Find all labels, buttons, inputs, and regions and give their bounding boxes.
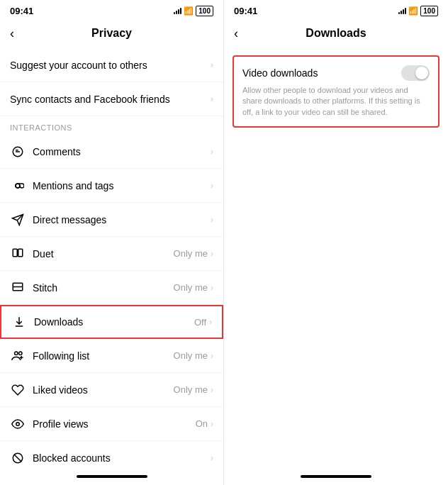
liked-chevron: ›	[211, 385, 213, 395]
settings-item-stitch[interactable]: Stitch Only me ›	[0, 271, 223, 305]
comment-icon	[10, 144, 26, 160]
right-status-icons: 📶 100	[398, 6, 438, 16]
right-signal-icon	[398, 7, 406, 14]
video-downloads-header: Video downloads	[242, 65, 430, 81]
direct-label: Direct messages	[33, 214, 211, 225]
left-header-title: Privacy	[91, 27, 132, 40]
settings-item-direct[interactable]: Direct messages ›	[0, 203, 223, 237]
left-status-icons: 📶 100	[174, 6, 213, 16]
liked-label: Liked videos	[33, 384, 174, 396]
right-wifi-icon: 📶	[408, 6, 418, 16]
settings-item-duet[interactable]: Duet Only me ›	[0, 237, 223, 271]
left-panel: 09:41 📶 100 ‹ Privacy Suggest your accou…	[0, 0, 224, 485]
download-icon	[11, 314, 27, 330]
stitch-icon	[10, 280, 26, 296]
settings-item-liked[interactable]: Liked videos Only me ›	[0, 373, 223, 407]
stitch-value: Only me	[174, 282, 208, 293]
comments-chevron: ›	[211, 147, 213, 157]
heart-icon	[10, 382, 26, 398]
settings-item-profile[interactable]: Profile views On ›	[0, 407, 223, 441]
at-icon	[10, 178, 26, 194]
mentions-label: Mentions and tags	[33, 180, 211, 191]
left-back-button[interactable]: ‹	[10, 26, 14, 41]
blocked-label: Blocked accounts	[33, 452, 211, 464]
battery-icon: 100	[196, 6, 213, 16]
settings-item-downloads[interactable]: Downloads Off ›	[0, 305, 223, 339]
settings-item-suggest[interactable]: Suggest your account to others ›	[0, 48, 223, 82]
profile-label: Profile views	[33, 418, 196, 430]
eye-icon	[10, 416, 26, 432]
svg-rect-3	[18, 249, 23, 257]
left-home-indicator	[0, 471, 223, 485]
settings-item-sync[interactable]: Sync contacts and Facebook friends ›	[0, 82, 223, 116]
right-battery-icon: 100	[420, 6, 438, 16]
left-header: ‹ Privacy	[0, 20, 223, 48]
blocked-chevron: ›	[211, 453, 213, 463]
left-settings-list: Suggest your account to others › Sync co…	[0, 48, 223, 471]
video-downloads-description: Allow other people to download your vide…	[242, 85, 430, 118]
following-label: Following list	[33, 350, 174, 362]
right-header-title: Downloads	[306, 27, 366, 40]
direct-icon	[10, 212, 26, 228]
video-downloads-card: Video downloads Allow other people to do…	[233, 55, 439, 128]
profile-value: On	[196, 418, 208, 429]
direct-chevron: ›	[211, 215, 213, 225]
wifi-icon: 📶	[184, 6, 194, 16]
right-back-button[interactable]: ‹	[234, 26, 238, 41]
downloads-chevron: ›	[209, 317, 212, 327]
left-status-time: 09:41	[10, 6, 33, 16]
right-status-bar: 09:41 📶 100	[224, 0, 448, 20]
right-status-time: 09:41	[234, 6, 257, 16]
right-home-indicator	[224, 471, 448, 485]
suggest-label: Suggest your account to others	[10, 60, 211, 71]
duet-icon	[10, 246, 26, 262]
settings-item-following[interactable]: Following list Only me ›	[0, 339, 223, 373]
left-status-bar: 09:41 📶 100	[0, 0, 223, 20]
right-home-bar	[301, 475, 371, 478]
stitch-label: Stitch	[33, 282, 174, 294]
sync-chevron: ›	[211, 94, 213, 104]
right-panel: 09:41 📶 100 ‹ Downloads Video downloads …	[224, 0, 448, 485]
settings-item-comments[interactable]: Comments ›	[0, 135, 223, 169]
signal-icon	[174, 7, 181, 14]
sync-label: Sync contacts and Facebook friends	[10, 94, 211, 105]
toggle-knob	[415, 67, 428, 79]
svg-point-7	[16, 422, 20, 425]
settings-item-mentions[interactable]: Mentions and tags ›	[0, 169, 223, 203]
following-icon	[10, 348, 26, 364]
following-chevron: ›	[211, 351, 213, 361]
comments-label: Comments	[33, 146, 211, 157]
video-downloads-title: Video downloads	[242, 67, 318, 79]
settings-item-blocked[interactable]: Blocked accounts ›	[0, 441, 223, 471]
profile-chevron: ›	[211, 419, 213, 429]
following-value: Only me	[174, 350, 208, 361]
right-header: ‹ Downloads	[224, 20, 448, 48]
duet-label: Duet	[33, 248, 174, 260]
suggest-chevron: ›	[211, 60, 213, 70]
duet-value: Only me	[174, 248, 208, 259]
duet-chevron: ›	[211, 249, 213, 259]
svg-rect-2	[13, 249, 17, 257]
svg-point-6	[19, 352, 23, 355]
liked-value: Only me	[174, 384, 208, 395]
stitch-chevron: ›	[211, 283, 213, 293]
video-downloads-toggle[interactable]	[401, 65, 430, 81]
interactions-section-header: INTERACTIONS	[0, 116, 223, 135]
blocked-icon	[10, 450, 26, 466]
downloads-value: Off	[194, 317, 206, 328]
left-home-bar	[77, 475, 147, 478]
mentions-chevron: ›	[211, 181, 213, 191]
svg-point-5	[15, 352, 18, 355]
downloads-label: Downloads	[34, 316, 194, 328]
